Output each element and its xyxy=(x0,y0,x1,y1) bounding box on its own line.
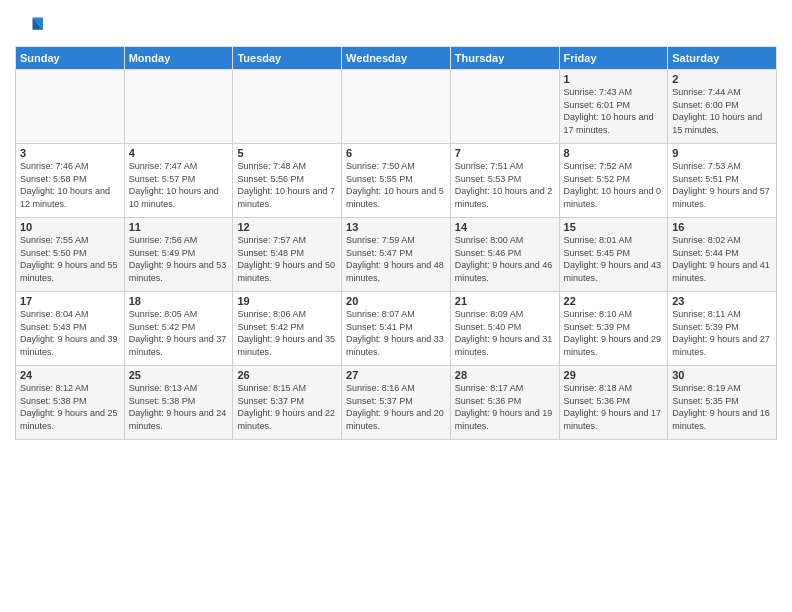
day-number: 3 xyxy=(20,147,120,159)
calendar-cell: 15Sunrise: 8:01 AM Sunset: 5:45 PM Dayli… xyxy=(559,218,668,292)
day-number: 29 xyxy=(564,369,664,381)
day-info: Sunrise: 7:55 AM Sunset: 5:50 PM Dayligh… xyxy=(20,234,120,284)
calendar-cell: 1Sunrise: 7:43 AM Sunset: 6:01 PM Daylig… xyxy=(559,70,668,144)
day-number: 28 xyxy=(455,369,555,381)
calendar-cell xyxy=(233,70,342,144)
col-header-wednesday: Wednesday xyxy=(342,47,451,70)
day-info: Sunrise: 7:59 AM Sunset: 5:47 PM Dayligh… xyxy=(346,234,446,284)
day-info: Sunrise: 7:51 AM Sunset: 5:53 PM Dayligh… xyxy=(455,160,555,210)
day-number: 27 xyxy=(346,369,446,381)
week-row-4: 17Sunrise: 8:04 AM Sunset: 5:43 PM Dayli… xyxy=(16,292,777,366)
day-info: Sunrise: 8:17 AM Sunset: 5:36 PM Dayligh… xyxy=(455,382,555,432)
day-number: 17 xyxy=(20,295,120,307)
calendar-cell: 12Sunrise: 7:57 AM Sunset: 5:48 PM Dayli… xyxy=(233,218,342,292)
day-info: Sunrise: 8:19 AM Sunset: 5:35 PM Dayligh… xyxy=(672,382,772,432)
day-number: 21 xyxy=(455,295,555,307)
header-row: SundayMondayTuesdayWednesdayThursdayFrid… xyxy=(16,47,777,70)
calendar-cell: 6Sunrise: 7:50 AM Sunset: 5:55 PM Daylig… xyxy=(342,144,451,218)
calendar-cell: 3Sunrise: 7:46 AM Sunset: 5:58 PM Daylig… xyxy=(16,144,125,218)
calendar-cell: 27Sunrise: 8:16 AM Sunset: 5:37 PM Dayli… xyxy=(342,366,451,440)
day-number: 2 xyxy=(672,73,772,85)
day-number: 5 xyxy=(237,147,337,159)
day-number: 9 xyxy=(672,147,772,159)
calendar-cell xyxy=(124,70,233,144)
day-number: 11 xyxy=(129,221,229,233)
calendar-cell: 29Sunrise: 8:18 AM Sunset: 5:36 PM Dayli… xyxy=(559,366,668,440)
week-row-3: 10Sunrise: 7:55 AM Sunset: 5:50 PM Dayli… xyxy=(16,218,777,292)
day-info: Sunrise: 8:18 AM Sunset: 5:36 PM Dayligh… xyxy=(564,382,664,432)
day-number: 16 xyxy=(672,221,772,233)
day-info: Sunrise: 7:50 AM Sunset: 5:55 PM Dayligh… xyxy=(346,160,446,210)
calendar-cell: 8Sunrise: 7:52 AM Sunset: 5:52 PM Daylig… xyxy=(559,144,668,218)
page-container: SundayMondayTuesdayWednesdayThursdayFrid… xyxy=(0,0,792,445)
day-number: 12 xyxy=(237,221,337,233)
calendar-cell: 16Sunrise: 8:02 AM Sunset: 5:44 PM Dayli… xyxy=(668,218,777,292)
calendar-cell: 23Sunrise: 8:11 AM Sunset: 5:39 PM Dayli… xyxy=(668,292,777,366)
day-info: Sunrise: 8:10 AM Sunset: 5:39 PM Dayligh… xyxy=(564,308,664,358)
calendar-cell xyxy=(342,70,451,144)
day-info: Sunrise: 8:16 AM Sunset: 5:37 PM Dayligh… xyxy=(346,382,446,432)
day-number: 18 xyxy=(129,295,229,307)
day-number: 25 xyxy=(129,369,229,381)
calendar-cell: 11Sunrise: 7:56 AM Sunset: 5:49 PM Dayli… xyxy=(124,218,233,292)
day-info: Sunrise: 8:00 AM Sunset: 5:46 PM Dayligh… xyxy=(455,234,555,284)
col-header-sunday: Sunday xyxy=(16,47,125,70)
day-info: Sunrise: 7:44 AM Sunset: 6:00 PM Dayligh… xyxy=(672,86,772,136)
day-number: 10 xyxy=(20,221,120,233)
calendar-cell: 2Sunrise: 7:44 AM Sunset: 6:00 PM Daylig… xyxy=(668,70,777,144)
calendar-cell: 19Sunrise: 8:06 AM Sunset: 5:42 PM Dayli… xyxy=(233,292,342,366)
calendar-cell: 18Sunrise: 8:05 AM Sunset: 5:42 PM Dayli… xyxy=(124,292,233,366)
calendar-cell: 21Sunrise: 8:09 AM Sunset: 5:40 PM Dayli… xyxy=(450,292,559,366)
calendar-cell: 30Sunrise: 8:19 AM Sunset: 5:35 PM Dayli… xyxy=(668,366,777,440)
day-info: Sunrise: 8:04 AM Sunset: 5:43 PM Dayligh… xyxy=(20,308,120,358)
calendar-cell: 4Sunrise: 7:47 AM Sunset: 5:57 PM Daylig… xyxy=(124,144,233,218)
col-header-thursday: Thursday xyxy=(450,47,559,70)
day-info: Sunrise: 7:52 AM Sunset: 5:52 PM Dayligh… xyxy=(564,160,664,210)
logo-icon xyxy=(15,14,43,42)
day-info: Sunrise: 7:56 AM Sunset: 5:49 PM Dayligh… xyxy=(129,234,229,284)
logo xyxy=(15,14,45,42)
col-header-tuesday: Tuesday xyxy=(233,47,342,70)
day-info: Sunrise: 8:13 AM Sunset: 5:38 PM Dayligh… xyxy=(129,382,229,432)
day-number: 15 xyxy=(564,221,664,233)
calendar-cell: 28Sunrise: 8:17 AM Sunset: 5:36 PM Dayli… xyxy=(450,366,559,440)
calendar-cell xyxy=(16,70,125,144)
header xyxy=(15,10,777,42)
day-info: Sunrise: 7:46 AM Sunset: 5:58 PM Dayligh… xyxy=(20,160,120,210)
day-number: 4 xyxy=(129,147,229,159)
calendar-cell xyxy=(450,70,559,144)
calendar-cell: 25Sunrise: 8:13 AM Sunset: 5:38 PM Dayli… xyxy=(124,366,233,440)
day-number: 7 xyxy=(455,147,555,159)
day-number: 24 xyxy=(20,369,120,381)
day-number: 19 xyxy=(237,295,337,307)
calendar-cell: 9Sunrise: 7:53 AM Sunset: 5:51 PM Daylig… xyxy=(668,144,777,218)
calendar-cell: 13Sunrise: 7:59 AM Sunset: 5:47 PM Dayli… xyxy=(342,218,451,292)
day-number: 1 xyxy=(564,73,664,85)
day-info: Sunrise: 8:05 AM Sunset: 5:42 PM Dayligh… xyxy=(129,308,229,358)
day-info: Sunrise: 8:02 AM Sunset: 5:44 PM Dayligh… xyxy=(672,234,772,284)
calendar-cell: 7Sunrise: 7:51 AM Sunset: 5:53 PM Daylig… xyxy=(450,144,559,218)
calendar-cell: 22Sunrise: 8:10 AM Sunset: 5:39 PM Dayli… xyxy=(559,292,668,366)
day-info: Sunrise: 8:07 AM Sunset: 5:41 PM Dayligh… xyxy=(346,308,446,358)
calendar-cell: 17Sunrise: 8:04 AM Sunset: 5:43 PM Dayli… xyxy=(16,292,125,366)
day-number: 14 xyxy=(455,221,555,233)
day-info: Sunrise: 8:12 AM Sunset: 5:38 PM Dayligh… xyxy=(20,382,120,432)
week-row-2: 3Sunrise: 7:46 AM Sunset: 5:58 PM Daylig… xyxy=(16,144,777,218)
day-info: Sunrise: 8:11 AM Sunset: 5:39 PM Dayligh… xyxy=(672,308,772,358)
calendar-cell: 24Sunrise: 8:12 AM Sunset: 5:38 PM Dayli… xyxy=(16,366,125,440)
day-number: 26 xyxy=(237,369,337,381)
day-info: Sunrise: 8:01 AM Sunset: 5:45 PM Dayligh… xyxy=(564,234,664,284)
week-row-1: 1Sunrise: 7:43 AM Sunset: 6:01 PM Daylig… xyxy=(16,70,777,144)
day-info: Sunrise: 8:15 AM Sunset: 5:37 PM Dayligh… xyxy=(237,382,337,432)
day-info: Sunrise: 7:43 AM Sunset: 6:01 PM Dayligh… xyxy=(564,86,664,136)
calendar-cell: 20Sunrise: 8:07 AM Sunset: 5:41 PM Dayli… xyxy=(342,292,451,366)
calendar-cell: 10Sunrise: 7:55 AM Sunset: 5:50 PM Dayli… xyxy=(16,218,125,292)
col-header-friday: Friday xyxy=(559,47,668,70)
col-header-saturday: Saturday xyxy=(668,47,777,70)
day-number: 20 xyxy=(346,295,446,307)
day-number: 22 xyxy=(564,295,664,307)
day-info: Sunrise: 7:48 AM Sunset: 5:56 PM Dayligh… xyxy=(237,160,337,210)
day-info: Sunrise: 8:09 AM Sunset: 5:40 PM Dayligh… xyxy=(455,308,555,358)
col-header-monday: Monday xyxy=(124,47,233,70)
day-info: Sunrise: 8:06 AM Sunset: 5:42 PM Dayligh… xyxy=(237,308,337,358)
